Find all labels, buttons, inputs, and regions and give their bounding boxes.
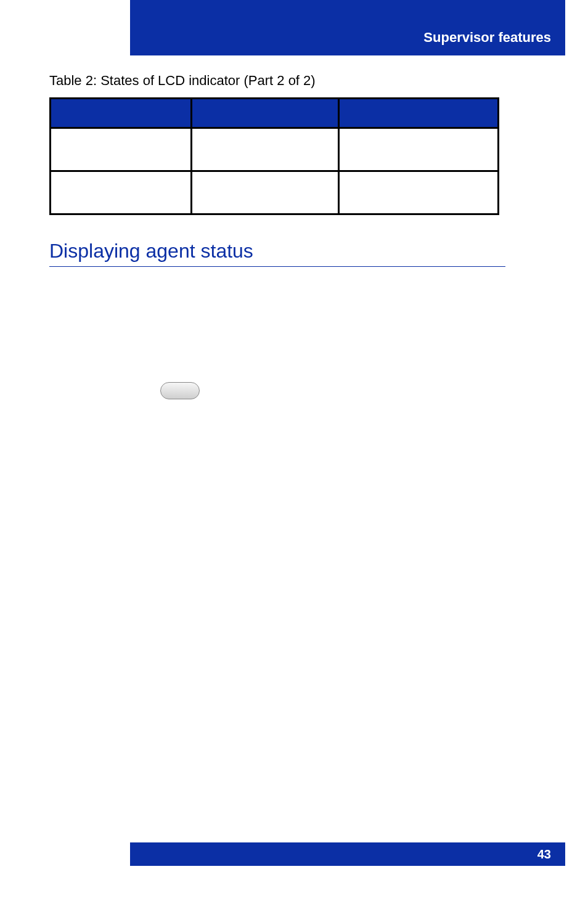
content-area: Table 2: States of LCD indicator (Part 2…: [49, 68, 505, 267]
table-cell: [339, 171, 499, 214]
table-cell: [51, 128, 192, 171]
table-header-row: [51, 99, 499, 128]
lcd-states-table: [49, 97, 499, 215]
table-header-cell: [339, 99, 499, 128]
table-caption: Table 2: States of LCD indicator (Part 2…: [49, 73, 505, 89]
section-heading: Displaying agent status: [49, 240, 505, 267]
table-row: [51, 128, 499, 171]
table-cell: [51, 171, 192, 214]
table-header-cell: [51, 99, 192, 128]
header-bar: [130, 0, 565, 55]
table-header-cell: [192, 99, 339, 128]
footer-bar: [130, 842, 565, 866]
softkey-button-icon: [160, 382, 200, 399]
page-number: 43: [537, 847, 551, 862]
section-title: Supervisor features: [423, 30, 551, 46]
page: Supervisor features Table 2: States of L…: [0, 0, 588, 909]
table-cell: [192, 128, 339, 171]
table-cell: [192, 171, 339, 214]
table-cell: [339, 128, 499, 171]
table-row: [51, 171, 499, 214]
